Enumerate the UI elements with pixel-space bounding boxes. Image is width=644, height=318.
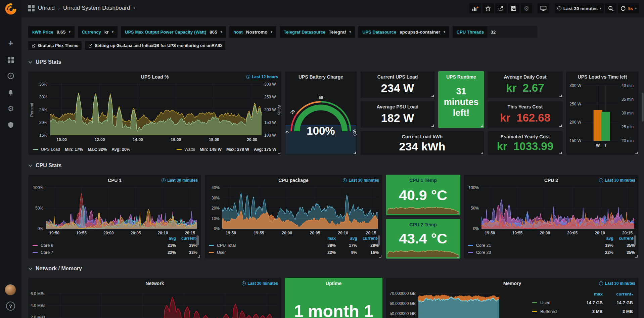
panel-resize-handle[interactable] — [431, 125, 434, 127]
cycle-view-monitor-icon[interactable] — [538, 3, 549, 13]
series-color-swatch — [177, 149, 182, 150]
section-network-memory[interactable]: Network / Memory — [28, 266, 82, 272]
apps-grid-icon[interactable] — [28, 5, 35, 11]
legend-sort-avg[interactable]: avg — [154, 236, 176, 241]
legend-value: 19% — [592, 243, 613, 248]
panel-title[interactable]: Current Load kWh — [361, 134, 484, 139]
legend-scrollbar[interactable] — [378, 235, 380, 245]
breadcrumb-dashboard[interactable]: Unraid System Dashboard — [63, 5, 130, 11]
cpu2-chart[interactable]: 100%50%0%19:5019:5520:0020:0520:1020:15 — [464, 185, 638, 237]
variable-ups-max-output-power-capacity-watt[interactable]: UPS Max Output Power Capacity (Watt)865▾ — [121, 26, 226, 38]
ups-bars-chart[interactable]: WT300 W250 W200 W150 W40 min35 min30 min… — [566, 82, 638, 155]
share-button[interactable] — [495, 3, 507, 13]
legend-series-core-23[interactable]: Core 23 — [468, 250, 592, 255]
legend-series-cpu-total[interactable]: CPU Total — [209, 243, 314, 248]
panel-title[interactable]: This Years Cost — [488, 104, 562, 109]
panel-title[interactable]: Current UPS Load — [361, 74, 434, 80]
panel-resize-handle[interactable] — [559, 152, 562, 154]
variable-cpu-threads[interactable]: CPU Threads32 — [453, 26, 538, 38]
cpu-package-chart[interactable]: 40%30%20%10%0%19:5019:5520:0020:0520:102… — [205, 185, 382, 237]
panel-resize-handle[interactable] — [278, 152, 280, 154]
variable-telegraf-datasource[interactable]: Telegraf DatasourceTelegraf▾ — [280, 26, 355, 38]
panel-title[interactable]: CPU 2 Temp — [386, 222, 460, 227]
configuration-gear-icon[interactable]: ⚙ — [0, 103, 21, 115]
legend-sort-max[interactable]: max — [572, 291, 603, 297]
network-chart[interactable]: 6.0 MBs4.0 MBs2.0 MBs — [29, 288, 281, 318]
panel-title[interactable]: Average Daily Cost — [488, 74, 562, 80]
panel-resize-handle[interactable] — [431, 95, 434, 97]
save-button[interactable] — [508, 3, 519, 13]
add-panel-button[interactable] — [469, 3, 481, 13]
memory-chart[interactable]: 70.000000 GB60.000000 GB50.000000 GB — [386, 288, 502, 318]
section-cpu-stats[interactable]: CPU Stats — [28, 163, 61, 169]
chevron-down-icon[interactable]: ▾ — [133, 6, 135, 10]
legend-sort-max[interactable]: max — [314, 236, 336, 241]
variable-kwh-price[interactable]: kWh Price0.65▾ — [28, 26, 75, 38]
panel-resize-handle[interactable] — [457, 255, 459, 258]
battery-gauge[interactable]: 02050100 100% — [285, 82, 357, 155]
panel-resize-handle[interactable] — [354, 152, 356, 154]
variable-currency[interactable]: Currencykr▾ — [78, 26, 118, 38]
legend-sort-current[interactable]: current▾ — [603, 291, 633, 297]
ups-load-chart[interactable]: 35%30%25%20%15%300 W250 W200 W150 W100 W… — [29, 82, 281, 143]
create-plus-icon[interactable]: + — [0, 37, 21, 49]
refresh-picker[interactable]: 5s ▾ — [618, 3, 639, 13]
help-icon[interactable]: ? — [6, 302, 15, 311]
dashboard-link-grafana-plex-theme[interactable]: Grafana Plex Theme — [28, 41, 82, 50]
breadcrumb-folder[interactable]: Unraid — [38, 5, 55, 11]
settings-gear-icon[interactable]: ⚙ — [521, 3, 532, 13]
panel-title[interactable]: UPS Battery Charge — [285, 74, 357, 80]
legend-series-watts[interactable]: WattsMin: 148 WMax: 278 WAvg: 175 W — [177, 147, 276, 152]
dashboard-link-setting-up-grafana-and-influxdb-for-ups-monitoring-on-unraid[interactable]: Setting up Grafana and InfluxDB for UPS … — [85, 41, 225, 50]
dashboards-icon[interactable] — [0, 54, 21, 66]
legend-series-buffered[interactable]: Buffered — [532, 309, 572, 314]
variable-ups-datasource[interactable]: UPS Datasourceapcupsd-container▾ — [358, 26, 449, 38]
panel-title[interactable]: UPS Runtime — [439, 74, 484, 80]
panel-resize-handle[interactable] — [198, 255, 200, 258]
legend-sort-current[interactable]: current▾ — [176, 236, 197, 241]
panel-resize-handle[interactable] — [379, 255, 381, 258]
panel-resize-handle[interactable] — [635, 152, 638, 154]
chevron-down-icon: ▾ — [221, 30, 222, 34]
legend-value: 17% — [336, 243, 357, 248]
panel-title[interactable]: Uptime — [285, 281, 382, 286]
legend-row: Buffered3 MB3 MB — [532, 307, 633, 316]
legend-series-core-21[interactable]: Core 21 — [468, 243, 592, 248]
zoom-out-button[interactable] — [605, 3, 616, 13]
legend-series-used[interactable]: Used — [532, 300, 572, 305]
legend-sort-current[interactable]: current▾ — [613, 236, 635, 241]
star-button[interactable] — [482, 3, 494, 13]
panel-title[interactable]: Estimated Yearly Cost — [488, 134, 562, 139]
panel-title[interactable]: CPU 1 Temp — [386, 178, 460, 183]
panel-resize-handle[interactable] — [481, 125, 483, 127]
cpu1-chart[interactable]: 100%50%0%19:5019:5520:0020:0520:1020:15 — [29, 185, 201, 237]
legend-sort-avg[interactable]: avg — [336, 236, 357, 241]
legend-series-user[interactable]: User — [209, 250, 314, 255]
panel-resize-handle[interactable] — [635, 255, 638, 258]
panel-resize-handle[interactable] — [457, 212, 459, 214]
legend-scrollbar[interactable] — [634, 235, 636, 245]
variable-host[interactable]: hostNostromo▾ — [229, 26, 276, 38]
variable-input[interactable]: 32 — [487, 26, 538, 38]
panel-title[interactable]: UPS Load % — [29, 74, 281, 80]
template-variables-row: kWh Price0.65▾Currencykr▾UPS Max Output … — [28, 26, 538, 38]
panel-resize-handle[interactable] — [559, 95, 562, 97]
panel-title[interactable]: UPS Load vs Time left — [566, 74, 638, 80]
legend-sort-avg[interactable]: avg — [592, 236, 613, 241]
panel-resize-handle[interactable] — [481, 152, 483, 154]
explore-compass-icon[interactable] — [0, 70, 21, 82]
legend-series-core-7[interactable]: Core 7 — [33, 250, 154, 255]
alerting-bell-icon[interactable] — [0, 87, 21, 99]
server-admin-shield-icon[interactable] — [0, 119, 21, 131]
legend-series-core-6[interactable]: Core 6 — [33, 243, 154, 248]
grafana-logo-icon[interactable] — [4, 2, 17, 15]
time-range-picker[interactable]: Last 30 minutes ▾ — [555, 3, 604, 13]
legend-series-ups-load[interactable]: UPS LoadMin: 17%Max: 32%Avg: 20% — [33, 147, 130, 152]
legend-scrollbar[interactable] — [196, 235, 199, 245]
user-avatar[interactable] — [5, 284, 16, 296]
section-ups-stats[interactable]: UPS Stats — [28, 59, 61, 65]
legend-sort-current[interactable]: current▾ — [357, 236, 379, 241]
page-scrollbar[interactable] — [642, 93, 644, 122]
panel-title[interactable]: Average PSU Load — [361, 104, 434, 109]
panel-resize-handle[interactable] — [559, 125, 562, 127]
